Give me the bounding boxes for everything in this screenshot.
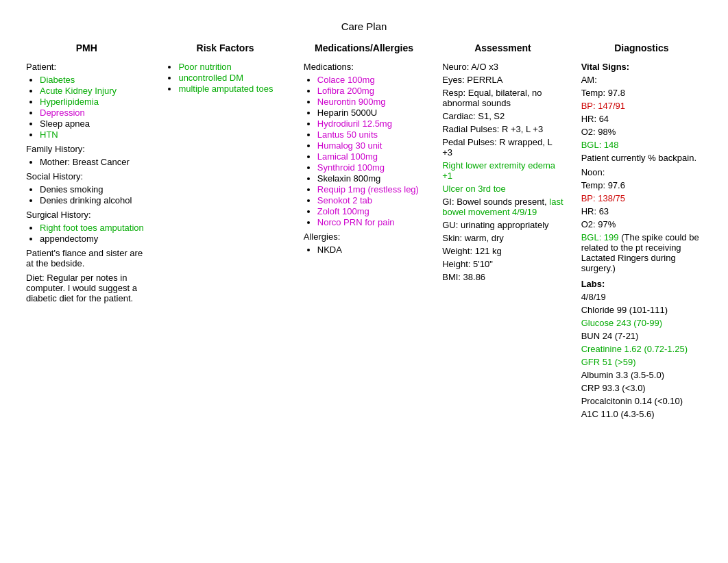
list-item: Lamical 100mg	[317, 151, 424, 162]
page-title: Care Plan	[0, 21, 728, 32]
list-item: Poor nutrition	[178, 62, 285, 72]
diag-bgl-am: BGL: 148	[581, 140, 702, 150]
lab-albumin: Albumin 3.3 (3.5-5.0)	[581, 370, 702, 380]
med-heparin: Heparin 5000U	[317, 108, 377, 118]
family-history-list: Mother: Breast Cancer	[26, 157, 147, 167]
lab-glucose-value: Glucose 243 (70-99)	[581, 318, 663, 328]
lab-procalcitonin: Procalcitonin 0.14 (<0.10)	[581, 396, 702, 406]
am-label: AM:	[581, 75, 702, 85]
diag-temp-noon: Temp: 97.6	[581, 180, 702, 190]
diag-hr-noon: HR: 63	[581, 206, 702, 216]
noon-label: Noon:	[581, 167, 702, 177]
medications-column: Medications/Allergies Medications: Colac…	[298, 42, 430, 256]
diag-temp-am: Temp: 97.8	[581, 88, 702, 98]
lab-glucose: Glucose 243 (70-99)	[581, 318, 702, 328]
list-item: Diabetes	[40, 75, 147, 85]
list-item: Hydrodiuril 12.5mg	[317, 118, 424, 129]
assess-ulcer-text: Ulcer on 3rd toe	[442, 184, 506, 194]
assess-extremity: Right lower extremity edema +1	[442, 160, 563, 181]
medications-list: Colace 100mg Lofibra 200mg Neurontin 900…	[304, 75, 424, 227]
surgical-appendectomy: appendectomy	[40, 234, 98, 244]
lab-gfr-value: GFR 51 (>59)	[581, 357, 636, 367]
med-colace: Colace 100mg	[317, 75, 375, 85]
list-item: Hyperlipidemia	[40, 97, 147, 107]
assess-cardiac: Cardiac: S1, S2	[442, 111, 563, 121]
assess-gu: GU: urinating appropriately	[442, 220, 563, 230]
surgical-amputation: Right foot toes amputation	[40, 223, 144, 233]
list-item: Neurontin 900mg	[317, 97, 424, 107]
med-skelaxin: Skelaxin 800mg	[317, 173, 381, 184]
condition-hyperlipidemia: Hyperlipidemia	[40, 97, 99, 107]
bgl-noon-value: BGL: 199	[581, 232, 619, 242]
lab-gfr: GFR 51 (>59)	[581, 357, 702, 367]
bp-am-value: BP: 147/91	[581, 101, 625, 111]
assessment-column: Assessment Neuro: A/O x3 Eyes: PERRLA Re…	[437, 42, 568, 285]
social-drinking: Denies drinking alcohol	[40, 195, 132, 205]
list-item: appendectomy	[40, 234, 147, 244]
list-item: Mother: Breast Cancer	[40, 157, 147, 167]
assess-bowel-highlight: last bowel movement 4/9/19	[442, 197, 563, 217]
surgical-history-label: Surgical History:	[26, 210, 147, 220]
allergies-section: Allergies: NKDA	[304, 232, 424, 255]
list-item: Denies drinking alcohol	[40, 195, 147, 205]
list-item: Norco PRN for pain	[317, 217, 424, 227]
bgl-am-value: BGL: 148	[581, 140, 619, 150]
risk-uncontrolled-dm: uncontrolled DM	[178, 73, 243, 83]
diagnostics-header: Diagnostics	[581, 42, 702, 53]
assess-bmi: BMI: 38.86	[442, 272, 563, 282]
assess-pedal: Pedal Pulses: R wrapped, L +3	[442, 137, 563, 158]
med-zoloft: Zoloft 100mg	[317, 206, 369, 216]
medications-label: Medications:	[304, 62, 424, 72]
list-item: Sleep apnea	[40, 118, 147, 129]
lab-chloride: Chloride 99 (101-111)	[581, 305, 702, 315]
risk-poor-nutrition: Poor nutrition	[178, 62, 231, 72]
med-synthroid: Synthroid 100mg	[317, 162, 385, 173]
risk-factors-header: Risk Factors	[165, 42, 285, 53]
surgical-history-list: Right foot toes amputation appendectomy	[26, 223, 147, 244]
list-item: Zoloft 100mg	[317, 206, 424, 216]
patient-label: Patient:	[26, 62, 147, 72]
assess-eyes: Eyes: PERRLA	[442, 75, 563, 85]
list-item: Lantus 50 units	[317, 129, 424, 140]
condition-depression: Depression	[40, 108, 85, 118]
assess-ulcer: Ulcer on 3rd toe	[442, 184, 563, 194]
assess-skin: Skin: warm, dry	[442, 233, 563, 243]
pmh-note1: Patient's fiance and sister are at the b…	[26, 248, 147, 268]
med-lofibra: Lofibra 200mg	[317, 86, 374, 96]
list-item: HTN	[40, 129, 147, 140]
list-item: Requip 1mg (restless leg)	[317, 184, 424, 195]
social-smoking: Denies smoking	[40, 184, 104, 195]
lab-creatinine-value: Creatinine 1.62 (0.72-1.25)	[581, 344, 688, 354]
assess-height: Height: 5'10"	[442, 259, 563, 269]
pmh-conditions-list: Diabetes Acute Kidney Injury Hyperlipide…	[26, 75, 147, 140]
diag-o2-noon: O2: 97%	[581, 219, 702, 229]
social-history-list: Denies smoking Denies drinking alcohol	[26, 184, 147, 205]
condition-diabetes: Diabetes	[40, 75, 75, 85]
diag-bgl-noon: BGL: 199 (The spike could be related to …	[581, 232, 702, 273]
diag-bp-am: BP: 147/91	[581, 101, 702, 111]
risk-factors-list: Poor nutrition uncontrolled DM multiple …	[165, 62, 285, 94]
med-lamical: Lamical 100mg	[317, 151, 378, 162]
diag-o2-am: O2: 98%	[581, 127, 702, 137]
condition-sleep-apnea: Sleep apnea	[40, 118, 90, 129]
med-neurontin: Neurontin 900mg	[317, 97, 386, 107]
note-fiance: Patient's fiance and sister are at the b…	[26, 248, 147, 268]
labs-label: Labs:	[581, 279, 702, 289]
medications-header: Medications/Allergies	[304, 42, 424, 53]
pmh-note2: Diet: Regular per notes in computer. I w…	[26, 273, 147, 303]
list-item: Denies smoking	[40, 184, 147, 195]
list-item: Skelaxin 800mg	[317, 173, 424, 184]
list-item: Heparin 5000U	[317, 108, 424, 118]
list-item: NKDA	[317, 245, 424, 255]
assess-resp: Resp: Equal, bilateral, no abnormal soun…	[442, 88, 563, 108]
list-item: Right foot toes amputation	[40, 223, 147, 233]
list-item: Acute Kidney Injury	[40, 86, 147, 96]
lab-crp: CRP 93.3 (<3.0)	[581, 383, 702, 393]
lab-bun: BUN 24 (7-21)	[581, 331, 702, 341]
assessment-header: Assessment	[442, 42, 563, 53]
family-history-label: Family History:	[26, 144, 147, 154]
pmh-header: PMH	[26, 42, 147, 53]
diag-bp-noon: BP: 138/75	[581, 193, 702, 203]
diag-hr-am: HR: 64	[581, 114, 702, 124]
assess-weight: Weight: 121 kg	[442, 246, 563, 256]
